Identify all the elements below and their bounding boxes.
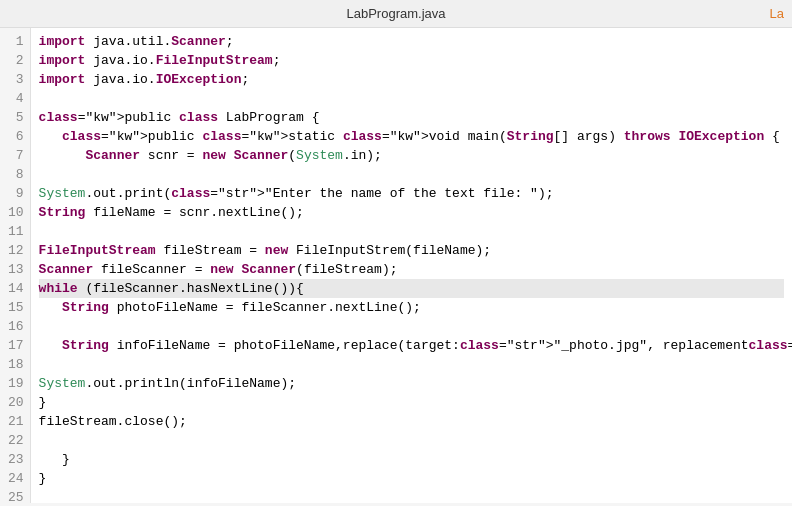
- code-line: }: [39, 450, 784, 469]
- code-line: [39, 431, 784, 450]
- code-line: while (fileScanner.hasNextLine()){: [39, 279, 784, 298]
- code-line: import java.util.Scanner;: [39, 32, 784, 51]
- code-line: [39, 355, 784, 374]
- code-line: class="kw">public class LabProgram {: [39, 108, 784, 127]
- code-line: System.out.println(infoFileName);: [39, 374, 784, 393]
- code-line: [39, 165, 784, 184]
- code-line: }: [39, 393, 784, 412]
- code-line: [39, 317, 784, 336]
- code-line: import java.io.FileInputStream;: [39, 51, 784, 70]
- code-line: class="kw">public class="kw">static clas…: [39, 127, 784, 146]
- code-line: Scanner fileScanner = new Scanner(fileSt…: [39, 260, 784, 279]
- code-line: }: [39, 469, 784, 488]
- code-area: 1234567891011121314151617181920212223242…: [0, 28, 792, 503]
- code-content[interactable]: import java.util.Scanner;import java.io.…: [31, 28, 792, 503]
- line-numbers: 1234567891011121314151617181920212223242…: [0, 28, 31, 503]
- code-line: String photoFileName = fileScanner.nextL…: [39, 298, 784, 317]
- corner-label: La: [770, 6, 784, 21]
- code-line: fileStream.close();: [39, 412, 784, 431]
- code-line: FileInputStream fileStream = new FileInp…: [39, 241, 784, 260]
- code-line: System.out.print(class="str">"Enter the …: [39, 184, 784, 203]
- code-line: [39, 222, 784, 241]
- title-bar: LabProgram.java La: [0, 0, 792, 28]
- code-line: String fileName = scnr.nextLine();: [39, 203, 784, 222]
- code-line: import java.io.IOException;: [39, 70, 784, 89]
- code-line: [39, 488, 784, 503]
- code-line: [39, 89, 784, 108]
- code-line: String infoFileName = photoFileName,repl…: [39, 336, 784, 355]
- code-line: Scanner scnr = new Scanner(System.in);: [39, 146, 784, 165]
- file-title: LabProgram.java: [347, 6, 446, 21]
